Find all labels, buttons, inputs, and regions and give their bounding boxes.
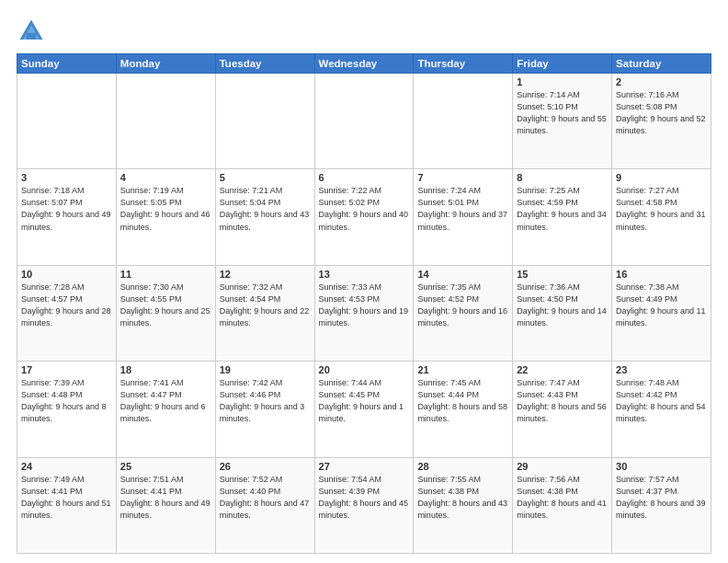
day-cell: 27Sunrise: 7:54 AM Sunset: 4:39 PM Dayli…	[314, 457, 414, 553]
day-cell: 11Sunrise: 7:30 AM Sunset: 4:55 PM Dayli…	[116, 265, 215, 361]
day-info: Sunrise: 7:25 AM Sunset: 4:59 PM Dayligh…	[517, 185, 608, 233]
day-cell: 24Sunrise: 7:49 AM Sunset: 4:41 PM Dayli…	[17, 457, 117, 553]
day-cell: 19Sunrise: 7:42 AM Sunset: 4:46 PM Dayli…	[215, 362, 314, 457]
logo-icon	[17, 17, 46, 46]
day-info: Sunrise: 7:39 AM Sunset: 4:48 PM Dayligh…	[21, 377, 112, 425]
day-number: 8	[517, 172, 608, 183]
day-number: 2	[616, 76, 707, 87]
day-number: 11	[120, 269, 211, 280]
day-cell	[116, 74, 215, 169]
day-info: Sunrise: 7:51 AM Sunset: 4:41 PM Dayligh…	[120, 474, 211, 522]
logo	[17, 17, 50, 46]
day-info: Sunrise: 7:49 AM Sunset: 4:41 PM Dayligh…	[21, 474, 112, 522]
day-number: 14	[417, 269, 508, 280]
day-cell: 18Sunrise: 7:41 AM Sunset: 4:47 PM Dayli…	[116, 362, 215, 457]
day-info: Sunrise: 7:35 AM Sunset: 4:52 PM Dayligh…	[417, 282, 508, 329]
day-info: Sunrise: 7:48 AM Sunset: 4:42 PM Dayligh…	[616, 377, 707, 425]
day-cell	[17, 74, 117, 169]
day-number: 9	[616, 172, 707, 183]
day-number: 21	[417, 364, 508, 375]
day-cell: 10Sunrise: 7:28 AM Sunset: 4:57 PM Dayli…	[17, 265, 117, 361]
day-info: Sunrise: 7:18 AM Sunset: 5:07 PM Dayligh…	[21, 185, 112, 233]
day-cell: 16Sunrise: 7:38 AM Sunset: 4:49 PM Dayli…	[612, 265, 711, 361]
weekday-header-monday: Monday	[116, 54, 215, 74]
day-cell: 13Sunrise: 7:33 AM Sunset: 4:53 PM Dayli…	[314, 265, 414, 361]
day-cell: 26Sunrise: 7:52 AM Sunset: 4:40 PM Dayli…	[215, 457, 314, 553]
day-info: Sunrise: 7:41 AM Sunset: 4:47 PM Dayligh…	[120, 377, 211, 425]
day-number: 30	[616, 461, 707, 472]
svg-rect-2	[27, 33, 37, 40]
day-cell	[414, 74, 513, 169]
day-cell: 29Sunrise: 7:56 AM Sunset: 4:38 PM Dayli…	[513, 457, 612, 553]
weekday-header-thursday: Thursday	[414, 54, 513, 74]
page: SundayMondayTuesdayWednesdayThursdayFrid…	[0, 0, 728, 563]
day-cell: 5Sunrise: 7:21 AM Sunset: 5:04 PM Daylig…	[215, 169, 314, 265]
week-row-3: 17Sunrise: 7:39 AM Sunset: 4:48 PM Dayli…	[17, 362, 711, 457]
weekday-header-tuesday: Tuesday	[215, 54, 314, 74]
day-number: 18	[120, 364, 211, 375]
day-info: Sunrise: 7:52 AM Sunset: 4:40 PM Dayligh…	[220, 474, 311, 522]
day-info: Sunrise: 7:36 AM Sunset: 4:50 PM Dayligh…	[517, 282, 608, 329]
weekday-header-friday: Friday	[513, 54, 612, 74]
day-info: Sunrise: 7:54 AM Sunset: 4:39 PM Dayligh…	[319, 474, 410, 522]
day-number: 25	[120, 461, 211, 472]
day-info: Sunrise: 7:30 AM Sunset: 4:55 PM Dayligh…	[120, 282, 211, 329]
day-cell: 25Sunrise: 7:51 AM Sunset: 4:41 PM Dayli…	[116, 457, 215, 553]
week-row-2: 10Sunrise: 7:28 AM Sunset: 4:57 PM Dayli…	[17, 265, 711, 361]
day-number: 4	[120, 172, 211, 183]
day-info: Sunrise: 7:19 AM Sunset: 5:05 PM Dayligh…	[120, 185, 211, 233]
day-info: Sunrise: 7:47 AM Sunset: 4:43 PM Dayligh…	[517, 377, 608, 425]
week-row-4: 24Sunrise: 7:49 AM Sunset: 4:41 PM Dayli…	[17, 457, 711, 553]
day-info: Sunrise: 7:44 AM Sunset: 4:45 PM Dayligh…	[319, 377, 410, 425]
weekday-row: SundayMondayTuesdayWednesdayThursdayFrid…	[17, 54, 711, 74]
day-number: 26	[220, 461, 311, 472]
day-info: Sunrise: 7:28 AM Sunset: 4:57 PM Dayligh…	[21, 282, 112, 329]
day-info: Sunrise: 7:14 AM Sunset: 5:10 PM Dayligh…	[517, 89, 608, 137]
day-number: 3	[21, 172, 112, 183]
day-info: Sunrise: 7:27 AM Sunset: 4:58 PM Dayligh…	[616, 185, 707, 233]
weekday-header-sunday: Sunday	[17, 54, 117, 74]
day-number: 12	[220, 269, 311, 280]
day-number: 17	[21, 364, 112, 375]
day-cell: 3Sunrise: 7:18 AM Sunset: 5:07 PM Daylig…	[17, 169, 117, 265]
week-row-1: 3Sunrise: 7:18 AM Sunset: 5:07 PM Daylig…	[17, 169, 711, 265]
day-info: Sunrise: 7:38 AM Sunset: 4:49 PM Dayligh…	[616, 282, 707, 329]
day-cell: 17Sunrise: 7:39 AM Sunset: 4:48 PM Dayli…	[17, 362, 117, 457]
weekday-header-saturday: Saturday	[612, 54, 711, 74]
day-cell: 14Sunrise: 7:35 AM Sunset: 4:52 PM Dayli…	[414, 265, 513, 361]
day-number: 27	[319, 461, 410, 472]
day-cell	[215, 74, 314, 169]
day-number: 1	[517, 76, 608, 87]
day-info: Sunrise: 7:42 AM Sunset: 4:46 PM Dayligh…	[220, 377, 311, 425]
day-cell	[314, 74, 414, 169]
calendar-table: SundayMondayTuesdayWednesdayThursdayFrid…	[17, 53, 711, 554]
day-cell: 30Sunrise: 7:57 AM Sunset: 4:37 PM Dayli…	[612, 457, 711, 553]
day-cell: 1Sunrise: 7:14 AM Sunset: 5:10 PM Daylig…	[513, 74, 612, 169]
day-info: Sunrise: 7:21 AM Sunset: 5:04 PM Dayligh…	[220, 185, 311, 233]
day-number: 16	[616, 269, 707, 280]
calendar-header: SundayMondayTuesdayWednesdayThursdayFrid…	[17, 54, 711, 74]
day-number: 10	[21, 269, 112, 280]
day-cell: 2Sunrise: 7:16 AM Sunset: 5:08 PM Daylig…	[612, 74, 711, 169]
day-cell: 12Sunrise: 7:32 AM Sunset: 4:54 PM Dayli…	[215, 265, 314, 361]
day-info: Sunrise: 7:16 AM Sunset: 5:08 PM Dayligh…	[616, 89, 707, 137]
day-info: Sunrise: 7:55 AM Sunset: 4:38 PM Dayligh…	[417, 474, 508, 522]
day-cell: 23Sunrise: 7:48 AM Sunset: 4:42 PM Dayli…	[612, 362, 711, 457]
day-cell: 6Sunrise: 7:22 AM Sunset: 5:02 PM Daylig…	[314, 169, 414, 265]
day-number: 28	[417, 461, 508, 472]
day-cell: 7Sunrise: 7:24 AM Sunset: 5:01 PM Daylig…	[414, 169, 513, 265]
weekday-header-wednesday: Wednesday	[314, 54, 414, 74]
day-number: 13	[319, 269, 410, 280]
day-number: 24	[21, 461, 112, 472]
day-number: 22	[517, 364, 608, 375]
day-number: 7	[417, 172, 508, 183]
day-cell: 9Sunrise: 7:27 AM Sunset: 4:58 PM Daylig…	[612, 169, 711, 265]
day-number: 5	[220, 172, 311, 183]
day-info: Sunrise: 7:33 AM Sunset: 4:53 PM Dayligh…	[319, 282, 410, 329]
day-cell: 28Sunrise: 7:55 AM Sunset: 4:38 PM Dayli…	[414, 457, 513, 553]
day-info: Sunrise: 7:56 AM Sunset: 4:38 PM Dayligh…	[517, 474, 608, 522]
day-cell: 8Sunrise: 7:25 AM Sunset: 4:59 PM Daylig…	[513, 169, 612, 265]
day-number: 19	[220, 364, 311, 375]
day-number: 23	[616, 364, 707, 375]
calendar-body: 1Sunrise: 7:14 AM Sunset: 5:10 PM Daylig…	[17, 74, 711, 554]
